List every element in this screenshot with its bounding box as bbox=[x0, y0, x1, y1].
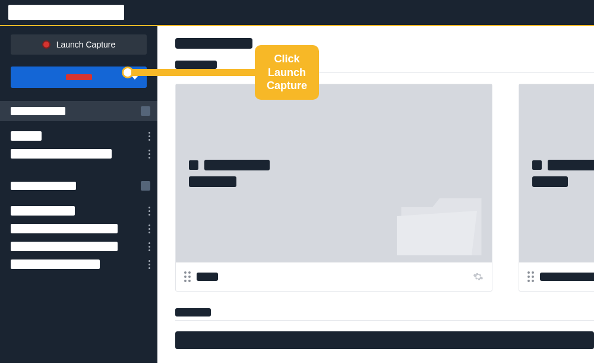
sidebar-group-2 bbox=[0, 176, 157, 273]
sidebar-group-header[interactable] bbox=[0, 101, 157, 121]
primary-dropdown[interactable] bbox=[11, 67, 147, 88]
sidebar-item[interactable] bbox=[0, 145, 157, 163]
group-label-redacted bbox=[11, 107, 65, 115]
card-row bbox=[175, 84, 594, 292]
card-subtitle-redacted bbox=[189, 176, 236, 187]
item-label-redacted bbox=[11, 224, 118, 233]
group-label-redacted bbox=[11, 182, 76, 190]
top-bar bbox=[0, 0, 594, 26]
section-2 bbox=[175, 308, 594, 349]
folder-icon bbox=[397, 191, 486, 262]
card-title-redacted bbox=[548, 160, 594, 170]
sidebar-item[interactable] bbox=[0, 220, 157, 238]
card-footer-label-redacted bbox=[540, 273, 594, 281]
folder-card[interactable] bbox=[175, 84, 492, 292]
folder-card[interactable] bbox=[519, 84, 594, 292]
divider bbox=[175, 72, 594, 73]
bullet-icon bbox=[532, 160, 542, 170]
item-label-redacted bbox=[11, 149, 112, 159]
kebab-menu-icon[interactable] bbox=[148, 260, 150, 269]
main-content bbox=[157, 26, 594, 363]
launch-capture-button[interactable]: Launch Capture bbox=[11, 34, 147, 55]
sidebar: Launch Capture bbox=[0, 26, 157, 363]
kebab-menu-icon[interactable] bbox=[148, 150, 150, 159]
launch-capture-label: Launch Capture bbox=[56, 40, 116, 49]
gear-icon[interactable] bbox=[473, 271, 484, 282]
group-badge bbox=[141, 106, 150, 116]
card-footer-label-redacted bbox=[197, 273, 218, 281]
sidebar-group-1 bbox=[0, 101, 157, 163]
group-badge bbox=[141, 181, 150, 191]
kebab-menu-icon[interactable] bbox=[148, 132, 150, 141]
dropdown-label-redacted bbox=[66, 74, 92, 80]
drag-handle-icon[interactable] bbox=[184, 271, 191, 282]
sidebar-group-header[interactable] bbox=[0, 176, 157, 196]
drag-handle-icon[interactable] bbox=[527, 271, 534, 282]
content-bar-redacted bbox=[175, 331, 594, 349]
kebab-menu-icon[interactable] bbox=[148, 242, 150, 251]
item-label-redacted bbox=[11, 206, 75, 216]
sidebar-item[interactable] bbox=[0, 255, 157, 273]
sidebar-item[interactable] bbox=[0, 127, 157, 145]
item-label-redacted bbox=[11, 131, 42, 141]
section-label-redacted bbox=[175, 308, 211, 316]
kebab-menu-icon[interactable] bbox=[148, 207, 150, 216]
sidebar-item[interactable] bbox=[0, 238, 157, 255]
page-title-redacted bbox=[175, 38, 252, 49]
app-logo bbox=[8, 5, 124, 20]
kebab-menu-icon[interactable] bbox=[148, 224, 150, 233]
card-footer bbox=[519, 262, 594, 291]
divider bbox=[175, 320, 594, 321]
item-label-redacted bbox=[11, 259, 100, 269]
section-label-redacted bbox=[175, 61, 217, 69]
card-title-redacted bbox=[204, 160, 270, 170]
card-footer bbox=[176, 262, 492, 291]
card-thumbnail bbox=[519, 84, 594, 262]
record-icon bbox=[42, 40, 50, 49]
sidebar-item[interactable] bbox=[0, 202, 157, 220]
chevron-down-icon bbox=[131, 75, 138, 80]
card-subtitle-redacted bbox=[532, 176, 568, 187]
bullet-icon bbox=[189, 160, 198, 170]
item-label-redacted bbox=[11, 242, 118, 251]
card-thumbnail bbox=[176, 84, 492, 262]
